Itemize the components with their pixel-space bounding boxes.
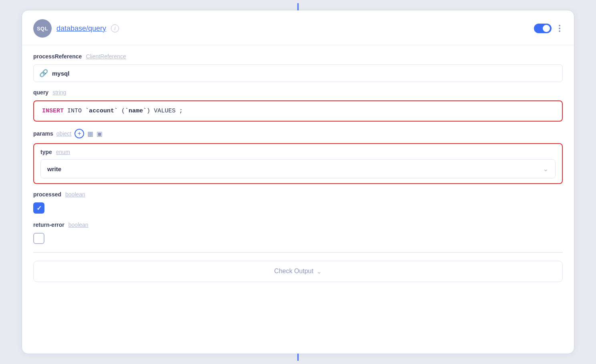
connector-bottom <box>298 354 299 361</box>
toggle-thumb <box>543 25 550 32</box>
sql-into-keyword: INTO <box>67 108 85 114</box>
header-title[interactable]: database/query <box>56 24 106 33</box>
more-menu-button[interactable] <box>556 23 563 34</box>
params-type[interactable]: object <box>56 130 71 137</box>
check-output-button[interactable]: Check Output ⌄ <box>33 261 563 282</box>
processed-type[interactable]: boolean <box>65 191 85 198</box>
type-label-row: type enum <box>40 149 556 155</box>
connection-input-box[interactable]: 🔗 mysql <box>33 64 563 82</box>
query-label: query <box>33 89 48 96</box>
chevron-down-icon: ⌄ <box>543 164 549 173</box>
card-header: SQL database/query i <box>22 10 574 45</box>
toggle-switch[interactable] <box>534 24 552 33</box>
add-param-button[interactable]: + <box>74 129 84 138</box>
params-label: params <box>33 130 53 137</box>
process-reference-type[interactable]: ClientReference <box>86 53 126 60</box>
card-content: processReference ClientReference 🔗 mysql… <box>22 45 574 290</box>
sql-paren-close: ) <box>147 108 150 114</box>
type-enum-link[interactable]: enum <box>56 149 70 155</box>
return-error-field-row: return-error boolean <box>33 222 563 228</box>
connection-value: mysql <box>52 70 69 77</box>
sql-values-keyword: VALUES <box>154 108 179 114</box>
paste-icon[interactable]: ▣ <box>97 130 103 138</box>
query-code-box[interactable]: INSERT INTO `account` (`name`) VALUES ; <box>33 100 563 122</box>
sql-table-name: `account` <box>85 108 118 114</box>
info-icon[interactable]: i <box>111 24 119 32</box>
type-dropdown[interactable]: write ⌄ <box>40 159 556 178</box>
divider <box>33 252 563 253</box>
sql-semicolon: ; <box>179 108 183 114</box>
sql-parens: ( <box>121 108 125 114</box>
process-reference-row: processReference ClientReference <box>33 53 563 60</box>
type-value: write <box>47 166 61 172</box>
link-icon: 🔗 <box>39 69 48 78</box>
copy-icon[interactable]: ▦ <box>87 130 93 138</box>
more-dot-2 <box>559 28 560 29</box>
query-type[interactable]: string <box>52 89 66 96</box>
return-error-checkbox[interactable] <box>33 233 44 244</box>
check-output-label: Check Output <box>274 268 314 275</box>
more-dot-1 <box>559 25 560 26</box>
sql-badge: SQL <box>33 19 52 38</box>
sql-column-name: `name` <box>125 108 147 114</box>
type-box: type enum write ⌄ <box>33 143 563 184</box>
process-reference-label: processReference <box>33 53 82 60</box>
return-error-label: return-error <box>33 222 64 228</box>
more-dot-3 <box>559 30 560 32</box>
checkmark-icon: ✓ <box>36 204 42 212</box>
query-field-row: query string <box>33 89 563 96</box>
processed-label: processed <box>33 191 61 198</box>
processed-field-row: processed boolean <box>33 191 563 198</box>
main-card: SQL database/query i processReference Cl… <box>22 10 574 354</box>
sql-insert-keyword: INSERT <box>42 108 64 114</box>
connector-top <box>298 3 299 10</box>
check-output-chevron-icon: ⌄ <box>316 268 322 275</box>
params-row: params object + ▦ ▣ <box>33 129 563 138</box>
return-error-type[interactable]: boolean <box>68 222 89 228</box>
type-label: type <box>40 149 52 155</box>
processed-checkbox[interactable]: ✓ <box>33 202 44 214</box>
